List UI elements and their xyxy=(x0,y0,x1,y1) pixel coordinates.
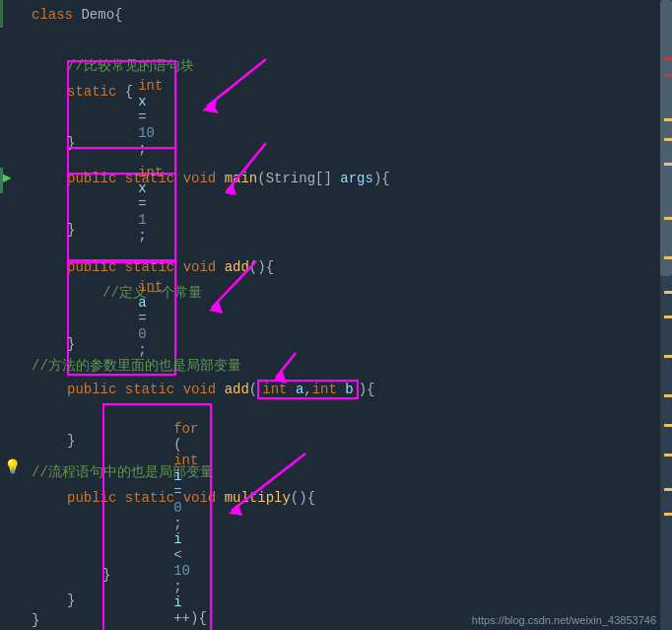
brace-close-2: } xyxy=(67,222,75,238)
type-int: int xyxy=(138,78,171,94)
lt: < xyxy=(173,547,181,563)
var-a: a xyxy=(138,295,155,311)
warn-marker xyxy=(664,488,672,491)
paren4: (){ xyxy=(291,490,315,506)
warn-marker xyxy=(664,355,672,358)
warn-marker xyxy=(664,315,672,318)
var-x: x xyxy=(138,94,155,109)
code-line-10: } xyxy=(32,217,660,243)
code-line-17: public static void add (int a,int b){ xyxy=(32,377,660,402)
eq4: = xyxy=(173,484,181,500)
code-line-14: int a = 0 ; xyxy=(32,306,660,331)
var-i2: i xyxy=(173,531,181,547)
brace-close-3: } xyxy=(67,336,75,352)
paren: ( xyxy=(257,171,265,186)
paren3: ( xyxy=(249,382,257,397)
warn-marker xyxy=(664,454,672,456)
scrollbar[interactable] xyxy=(660,0,672,630)
type-int-3: int xyxy=(138,279,171,295)
warn-marker xyxy=(664,256,672,259)
warn-marker xyxy=(664,118,672,121)
keyword-void3: void xyxy=(183,382,225,397)
code-line-25: } xyxy=(32,562,660,588)
keyword-void2: void xyxy=(183,259,225,275)
warn-marker xyxy=(664,291,672,294)
keyword-static4: static xyxy=(125,382,183,397)
keyword-public3: public xyxy=(67,382,125,397)
type-int-2: int xyxy=(138,165,171,180)
keyword-void: void xyxy=(183,171,225,186)
var-x2: x xyxy=(138,180,155,196)
gutter-line-2 xyxy=(0,168,3,193)
eq2: = xyxy=(138,196,155,212)
eq3: = xyxy=(138,311,155,326)
class-name: Demo{ xyxy=(81,7,122,23)
code-line-16: //方法的参数里面的也是局部变量 xyxy=(32,353,660,379)
gutter-arrow-1: ▶ xyxy=(2,168,12,187)
string-class: String xyxy=(266,171,315,186)
paren-close2: ){ xyxy=(359,382,375,397)
type-int-6: int xyxy=(173,453,207,468)
method-main: main xyxy=(225,171,258,186)
keyword-class: class xyxy=(32,7,81,23)
num-0-2: 0 xyxy=(173,500,181,516)
warn-marker xyxy=(664,163,672,166)
watermark: https://blog.csdn.net/weixin_43853746 xyxy=(472,614,656,626)
warn-marker xyxy=(664,513,672,516)
type-int-5: int xyxy=(312,382,346,397)
highlight-intaIntb: int a,int b xyxy=(257,380,358,399)
gutter-line xyxy=(0,0,3,28)
comma: , xyxy=(303,382,311,397)
paren2: (){ xyxy=(249,259,274,275)
code-line-23: for ( int i = 0 ; i < 10 ; i ++){ xyxy=(32,511,660,536)
eq: = xyxy=(138,109,155,125)
code-line-5: int x = 10 ; xyxy=(32,105,660,130)
method-add2: add xyxy=(225,382,249,397)
paren5: ( xyxy=(173,437,181,453)
brace-close-6: } xyxy=(67,593,75,608)
var-args: args xyxy=(340,171,373,186)
brace-close-5: } xyxy=(102,567,110,583)
var-i: i xyxy=(173,468,181,484)
brace-close-4: } xyxy=(67,433,75,449)
paren-close: ){ xyxy=(373,171,390,186)
code-line-1: class Demo{ xyxy=(32,2,660,28)
bracket: [] xyxy=(315,171,340,186)
brace-close-7: } xyxy=(32,612,39,628)
code-line-9: int x = 1 ; xyxy=(32,191,660,217)
warn-marker xyxy=(664,424,672,427)
highlight-intx1: int x = 1 ; xyxy=(67,147,176,261)
method-multiply: multiply xyxy=(225,490,291,506)
warn-marker xyxy=(664,217,672,220)
error-marker xyxy=(664,74,672,77)
warn-marker xyxy=(664,394,672,397)
warn-marker xyxy=(664,138,672,141)
error-marker xyxy=(664,57,672,60)
semi4: ; xyxy=(173,516,181,531)
comment-3: //方法的参数里面的也是局部变量 xyxy=(32,357,241,375)
code-editor: ▶ 💡 class Demo{ //比较常见的语句块 static { int … xyxy=(0,0,672,630)
keyword-for: for xyxy=(173,421,198,437)
method-add: add xyxy=(225,259,249,275)
code-content: class Demo{ //比较常见的语句块 static { int x = … xyxy=(32,0,660,630)
gutter-dot-1: 💡 xyxy=(4,458,21,475)
var-b: b xyxy=(345,382,353,397)
type-int-4: int xyxy=(262,382,296,397)
